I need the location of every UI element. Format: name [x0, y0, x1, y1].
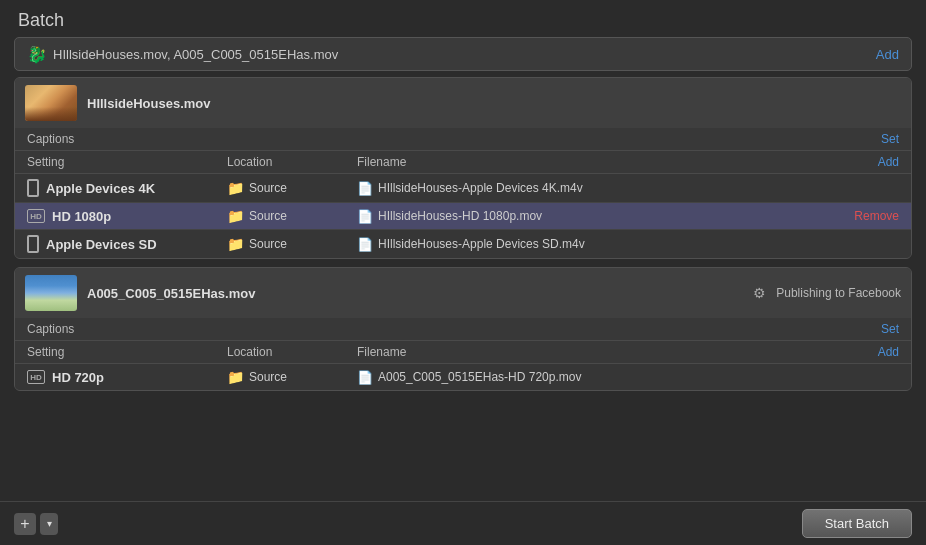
- bottom-bar: + ▾ Start Batch: [0, 501, 926, 545]
- file-bar-left: 🐉 HIllsideHouses.mov, A005_C005_0515EHas…: [27, 45, 338, 63]
- section2-table-header: Setting Location Filename Add: [15, 341, 911, 364]
- houses-thumb-image: [25, 85, 77, 121]
- section2-row1-filename: 📄 A005_C005_0515EHas-HD 720p.mov: [357, 370, 899, 385]
- section1-row-2[interactable]: HD HD 1080p 📁 Source 📄 HIllsideHouses-HD…: [15, 203, 911, 230]
- section1-row1-filename-text: HIllsideHouses-Apple Devices 4K.m4v: [378, 181, 583, 195]
- section2-row1-location-text: Source: [249, 370, 287, 384]
- section2-row1-filename-text: A005_C005_0515EHas-HD 720p.mov: [378, 370, 581, 384]
- section1-col-location-label: Location: [227, 155, 357, 169]
- section2-captions-label: Captions: [27, 322, 74, 336]
- ocean-thumb-image: [25, 275, 77, 311]
- section2-captions-row: Captions Set: [15, 318, 911, 341]
- section1-row3-setting: Apple Devices SD: [27, 235, 227, 253]
- section1-row1-setting-text: Apple Devices 4K: [46, 181, 155, 196]
- section1-block: HIllsideHouses.mov Captions Set Setting …: [14, 77, 912, 259]
- phone-icon: [27, 235, 39, 253]
- section2-block: A005_C005_0515EHas.mov ⚙ Publishing to F…: [14, 267, 912, 391]
- section1-row3-location: 📁 Source: [227, 236, 357, 252]
- section1-captions-set-button[interactable]: Set: [881, 132, 899, 146]
- section2-thumbnail: [25, 275, 77, 311]
- folder-icon: 📁: [227, 236, 244, 252]
- file-icon: 📄: [357, 209, 373, 224]
- section1-add-button[interactable]: Add: [878, 155, 899, 169]
- section1-row1-filename: 📄 HIllsideHouses-Apple Devices 4K.m4v: [357, 181, 899, 196]
- section1-row3-filename: 📄 HIllsideHouses-Apple Devices SD.m4v: [357, 237, 899, 252]
- file-bar-add-button[interactable]: Add: [876, 47, 899, 62]
- section1-row-1[interactable]: Apple Devices 4K 📁 Source 📄 HIllsideHous…: [15, 174, 911, 203]
- file-bar: 🐉 HIllsideHouses.mov, A005_C005_0515EHas…: [14, 37, 912, 71]
- section1-row2-setting: HD HD 1080p: [27, 209, 227, 224]
- section1-row2-filename: 📄 HIllsideHouses-HD 1080p.mov: [357, 209, 846, 224]
- add-batch-button[interactable]: +: [14, 513, 36, 535]
- section1-col-setting-label: Setting: [27, 155, 227, 169]
- section1-table-header: Setting Location Filename Add: [15, 151, 911, 174]
- folder-icon: 📁: [227, 180, 244, 196]
- section1-row3-filename-text: HIllsideHouses-Apple Devices SD.m4v: [378, 237, 585, 251]
- section1-thumbnail: [25, 85, 77, 121]
- file-bar-filenames: HIllsideHouses.mov, A005_C005_0515EHas.m…: [53, 47, 338, 62]
- section1-row3-location-text: Source: [249, 237, 287, 251]
- section2-title: A005_C005_0515EHas.mov: [87, 286, 743, 301]
- page-title: Batch: [0, 0, 926, 37]
- phone-icon: [27, 179, 39, 197]
- add-dropdown-button[interactable]: ▾: [40, 513, 58, 535]
- hd-icon: HD: [27, 209, 45, 223]
- main-content: 🐉 HIllsideHouses.mov, A005_C005_0515EHas…: [0, 37, 926, 501]
- section1-row2-location: 📁 Source: [227, 208, 357, 224]
- section1-row1-setting: Apple Devices 4K: [27, 179, 227, 197]
- section2-fb-label: Publishing to Facebook: [776, 286, 901, 300]
- section1-row1-location-text: Source: [249, 181, 287, 195]
- batch-window: Batch 🐉 HIllsideHouses.mov, A005_C005_05…: [0, 0, 926, 545]
- hd-icon: HD: [27, 370, 45, 384]
- section2-row-1[interactable]: HD HD 720p 📁 Source 📄 A005_C005_0515EHas…: [15, 364, 911, 390]
- section2-col-filename-label: Filename: [357, 345, 878, 359]
- section2-add-button[interactable]: Add: [878, 345, 899, 359]
- section1-captions-label: Captions: [27, 132, 74, 146]
- start-batch-button[interactable]: Start Batch: [802, 509, 912, 538]
- gear-icon: ⚙: [753, 285, 766, 301]
- section1-row2-location-text: Source: [249, 209, 287, 223]
- section2-captions-set-button[interactable]: Set: [881, 322, 899, 336]
- section1-title: HIllsideHouses.mov: [87, 96, 901, 111]
- file-icon: 📄: [357, 370, 373, 385]
- folder-icon: 📁: [227, 208, 244, 224]
- section2-col-location-label: Location: [227, 345, 357, 359]
- section1-row-3[interactable]: Apple Devices SD 📁 Source 📄 HIllsideHous…: [15, 230, 911, 258]
- section2-col-setting-label: Setting: [27, 345, 227, 359]
- file-icon: 📄: [357, 181, 373, 196]
- file-icon: 📄: [357, 237, 373, 252]
- bottom-left-controls: + ▾: [14, 513, 58, 535]
- section1-row2-setting-text: HD 1080p: [52, 209, 111, 224]
- section2-row1-setting-text: HD 720p: [52, 370, 104, 385]
- section1-row3-setting-text: Apple Devices SD: [46, 237, 157, 252]
- folder-icon: 📁: [227, 369, 244, 385]
- compressor-icon: 🐉: [27, 45, 45, 63]
- section2-row1-setting: HD HD 720p: [27, 370, 227, 385]
- section1-captions-row: Captions Set: [15, 128, 911, 151]
- section1-col-filename-label: Filename: [357, 155, 878, 169]
- section1-row1-location: 📁 Source: [227, 180, 357, 196]
- section2-row1-location: 📁 Source: [227, 369, 357, 385]
- section1-row2-filename-text: HIllsideHouses-HD 1080p.mov: [378, 209, 542, 223]
- section1-header: HIllsideHouses.mov: [15, 78, 911, 128]
- section2-header: A005_C005_0515EHas.mov ⚙ Publishing to F…: [15, 268, 911, 318]
- section1-row2-remove-button[interactable]: Remove: [846, 209, 899, 223]
